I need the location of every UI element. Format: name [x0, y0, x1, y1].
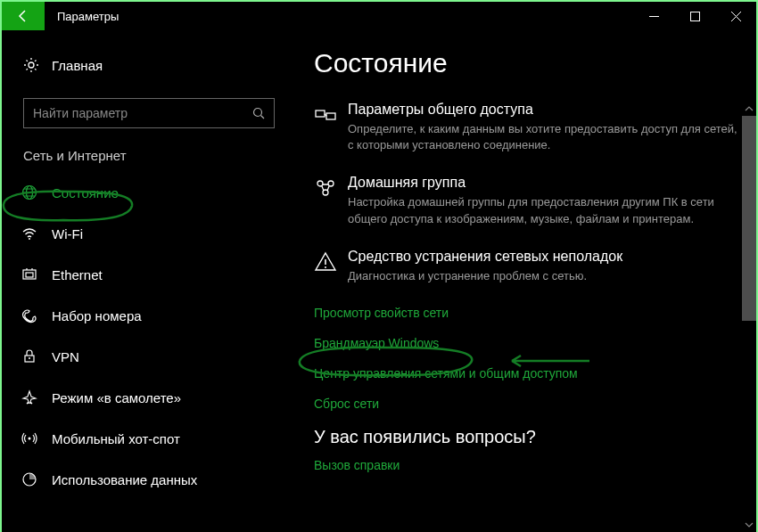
svg-point-1 [29, 62, 34, 68]
block-title: Домашняя группа [348, 175, 738, 191]
block-sharing[interactable]: Параметры общего доступа Определите, к к… [314, 102, 747, 153]
block-desc: Диагностика и устранение проблем с сетью… [348, 268, 738, 284]
svg-rect-12 [316, 110, 325, 117]
svg-point-14 [317, 181, 323, 186]
sidebar-item-status[interactable]: Состояние [2, 172, 296, 213]
sidebar-item-label: VPN [52, 349, 79, 364]
vpn-icon [21, 348, 37, 364]
sidebar-item-label: Ethernet [52, 267, 103, 282]
sidebar-item-label: Состояние [52, 185, 119, 201]
questions-heading: У вас появились вопросы? [314, 427, 747, 447]
link-network-properties[interactable]: Просмотр свойств сети [314, 306, 747, 320]
main-pane: Состояние Параметры общего доступа Опред… [296, 30, 756, 532]
search-input[interactable] [33, 106, 252, 120]
chevron-up-icon [745, 104, 754, 113]
wifi-icon [21, 225, 37, 241]
sidebar-home-label: Главная [52, 58, 103, 73]
hotspot-icon [21, 430, 37, 446]
link-firewall[interactable]: Брандмауэр Windows [314, 336, 747, 350]
ethernet-icon [21, 266, 37, 282]
arrow-left-icon [16, 9, 30, 23]
minimize-button[interactable] [633, 2, 674, 30]
search-box[interactable] [23, 98, 275, 128]
sidebar-item-ethernet[interactable]: Ethernet [2, 254, 296, 295]
scroll-up-button[interactable] [742, 102, 756, 116]
block-troubleshoot[interactable]: Средство устранения сетевых неполадок Ди… [314, 249, 747, 284]
sidebar-item-hotspot[interactable]: Мобильный хот-спот [2, 418, 296, 459]
link-network-center[interactable]: Центр управления сетями и общим доступом [314, 366, 747, 381]
dialup-icon [21, 307, 37, 323]
svg-rect-7 [26, 273, 33, 277]
block-title: Параметры общего доступа [348, 102, 738, 118]
svg-rect-13 [326, 113, 335, 119]
scrollbar[interactable] [742, 102, 756, 532]
svg-point-9 [29, 357, 30, 359]
scroll-down-button[interactable] [742, 518, 756, 532]
maximize-button[interactable] [674, 2, 715, 30]
airplane-icon [21, 389, 37, 405]
titlebar: Параметры [2, 2, 756, 30]
scroll-thumb[interactable] [742, 116, 756, 321]
sidebar-item-vpn[interactable]: VPN [2, 336, 296, 377]
close-button[interactable] [715, 2, 756, 30]
window-title: Параметры [57, 10, 119, 23]
svg-point-2 [254, 109, 262, 117]
sidebar-item-label: Использование данных [52, 472, 197, 487]
svg-point-5 [29, 238, 30, 240]
sidebar-item-label: Мобильный хот-спот [52, 431, 180, 446]
search-icon [252, 107, 265, 119]
link-help[interactable]: Вызов справки [314, 458, 747, 472]
homegroup-icon [314, 176, 337, 200]
sidebar-item-label: Режим «в самолете» [52, 390, 181, 405]
svg-point-10 [29, 438, 31, 440]
maximize-icon [690, 12, 700, 21]
svg-rect-0 [690, 12, 699, 20]
window-controls [633, 2, 756, 30]
block-desc: Настройка домашней группы для предоставл… [348, 194, 738, 226]
sidebar-section-header: Сеть и Интернет [2, 148, 296, 163]
sidebar-home[interactable]: Главная [2, 48, 296, 82]
svg-point-15 [328, 181, 334, 186]
svg-point-17 [325, 266, 326, 268]
sharing-icon [314, 103, 337, 127]
sidebar-item-dialup[interactable]: Набор номера [2, 295, 296, 336]
sidebar-item-label: Набор номера [52, 308, 142, 323]
data-usage-icon [21, 471, 37, 487]
sidebar-item-airplane[interactable]: Режим «в самолете» [2, 377, 296, 418]
link-network-reset[interactable]: Сброс сети [314, 397, 747, 411]
block-homegroup[interactable]: Домашняя группа Настройка домашней групп… [314, 175, 747, 226]
back-button[interactable] [2, 2, 45, 30]
page-title: Состояние [314, 48, 747, 78]
sidebar: Главная Сеть и Интернет Состояние Wi-Fi [2, 30, 296, 532]
block-title: Средство устранения сетевых неполадок [348, 249, 738, 265]
sidebar-item-data-usage[interactable]: Использование данных [2, 459, 296, 500]
block-desc: Определите, к каким данным вы хотите пре… [348, 121, 738, 153]
gear-icon [23, 57, 39, 73]
minimize-icon [649, 12, 659, 21]
sidebar-item-wifi[interactable]: Wi-Fi [2, 213, 296, 254]
globe-icon [21, 184, 37, 201]
close-icon [731, 12, 741, 21]
sidebar-item-label: Wi-Fi [52, 226, 83, 241]
warning-icon [314, 250, 337, 274]
nav-list: Состояние Wi-Fi Ethernet Набор номера VP… [2, 172, 296, 500]
chevron-down-icon [745, 520, 754, 529]
